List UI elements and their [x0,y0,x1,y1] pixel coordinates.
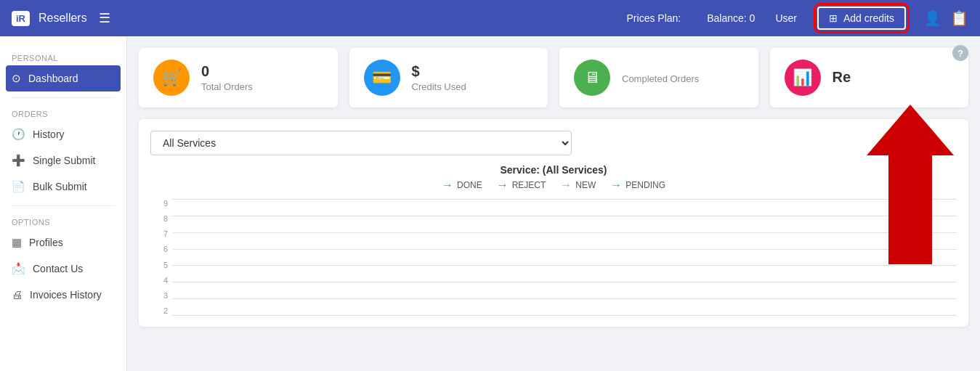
stat-card-total-orders: 🛒 0 Total Orders [139,48,338,107]
user-profile-icon[interactable]: 👤 [923,9,941,27]
stat-card-completed-orders: 🖥 Completed Orders [559,48,758,107]
help-icon[interactable]: ? [952,45,968,61]
contact-us-icon: 📩 [12,262,25,275]
sidebar-item-history[interactable]: 🕐 History [0,121,126,147]
sidebar-item-history-label: History [33,129,65,140]
sidebar-item-bulk-submit[interactable]: 📄 Bulk Submit [0,174,126,200]
legend-reject-label: REJECT [512,180,546,190]
y-label-5: 5 [150,261,171,269]
y-label-6: 6 [150,245,171,253]
balance-label: Balance: 0 [707,12,755,24]
logo-icon: iR [16,13,25,24]
sidebar-item-profiles-label: Profiles [29,237,63,248]
main-layout: PERSONAL ⊙ Dashboard Orders 🕐 History ➕ … [0,36,980,371]
legend-reject: → REJECT [497,179,546,192]
credits-used-value: $ [412,63,466,80]
sidebar-divider-1 [12,97,115,98]
sidebar-item-dashboard[interactable]: ⊙ Dashboard [6,65,121,91]
stat-cards: 🛒 0 Total Orders 💳 $ Credits Used 🖥 Comp… [139,48,968,107]
main-content: ? 🛒 0 Total Orders 💳 $ Credits Used 🖥 [127,36,980,371]
sidebar-item-single-submit[interactable]: ➕ Single Submit [0,147,126,174]
chart-filter: All Services [150,131,957,155]
y-label-9: 9 [150,199,171,208]
chart-gridlines [172,199,957,315]
legend-new: → NEW [560,179,596,192]
options-section-label: Options [0,212,126,229]
chart-section: All Services Service: (All Services) → D… [139,119,968,327]
gridline-2 [172,315,957,316]
y-label-7: 7 [150,229,171,238]
stat-card-fourth: 📊 Re [770,48,969,107]
invoices-icon: 🖨 [12,288,23,301]
contacts-icon[interactable]: 📋 [950,9,968,27]
legend-done: → DONE [442,179,482,192]
chart-title: Service: (All Services) [150,164,957,176]
gridline-8 [172,216,957,216]
completed-orders-icon: 🖥 [574,60,610,96]
bulk-submit-icon: 📄 [12,180,25,193]
sidebar-item-bulk-submit-label: Bulk Submit [33,181,87,192]
chart-grid [172,199,957,315]
legend-pending-label: PENDING [625,180,665,190]
sidebar-divider-2 [12,205,115,206]
y-label-3: 3 [150,291,171,300]
gridline-5 [172,265,957,266]
completed-orders-label: Completed Orders [622,73,699,84]
brand-name: Resellers [39,12,87,25]
legend-done-label: DONE [457,180,482,190]
services-select[interactable]: All Services [150,131,572,155]
add-credits-icon: ⊞ [829,12,838,24]
gridline-3 [172,298,957,299]
app-header: iR Resellers ☰ Prices Plan: Balance: 0 U… [0,0,980,36]
y-label-2: 2 [150,306,171,315]
gridline-7 [172,232,957,233]
chart-y-labels: 2 3 4 5 6 7 8 9 [150,199,171,315]
hamburger-icon[interactable]: ☰ [99,10,110,26]
gridline-6 [172,249,957,250]
total-orders-value: 0 [201,63,253,80]
y-label-8: 8 [150,214,171,223]
chart-legend: → DONE → REJECT → NEW → PENDING [150,179,957,192]
y-label-4: 4 [150,276,171,285]
user-label: User [775,12,797,24]
sidebar-item-dashboard-label: Dashboard [28,73,78,84]
sidebar-item-profiles[interactable]: ▦ Profiles [0,229,126,256]
legend-new-label: NEW [575,180,596,190]
orders-section-label: Orders [0,104,126,121]
stat-card-credits-used: 💳 $ Credits Used [349,48,548,107]
legend-pending: → PENDING [610,179,665,192]
personal-section-label: PERSONAL [0,48,126,65]
total-orders-label: Total Orders [201,81,253,92]
gridline-4 [172,282,957,282]
gridline-9 [172,199,957,200]
add-credits-label: Add credits [843,12,894,24]
single-submit-icon: ➕ [12,154,25,167]
history-icon: 🕐 [12,128,25,141]
dashboard-icon: ⊙ [12,72,21,85]
logo: iR [12,11,30,26]
sidebar-item-contact-us[interactable]: 📩 Contact Us [0,256,126,282]
sidebar-item-single-submit-label: Single Submit [33,155,95,166]
chart-area: 2 3 4 5 6 7 8 9 [150,199,957,315]
credits-used-label: Credits Used [412,81,466,92]
sidebar: PERSONAL ⊙ Dashboard Orders 🕐 History ➕ … [0,36,127,371]
fourth-stat-icon: 📊 [785,60,821,96]
credits-used-icon: 💳 [364,60,400,96]
sidebar-item-contact-us-label: Contact Us [33,263,83,274]
fourth-stat-value: Re [833,69,851,86]
add-credits-button[interactable]: ⊞ Add credits [817,7,906,30]
prices-plan-label: Prices Plan: [627,12,681,24]
sidebar-item-invoices-history-label: Invoices History [30,289,102,301]
sidebar-item-invoices-history[interactable]: 🖨 Invoices History [0,282,126,307]
total-orders-icon: 🛒 [153,60,190,96]
profiles-icon: ▦ [12,236,22,249]
